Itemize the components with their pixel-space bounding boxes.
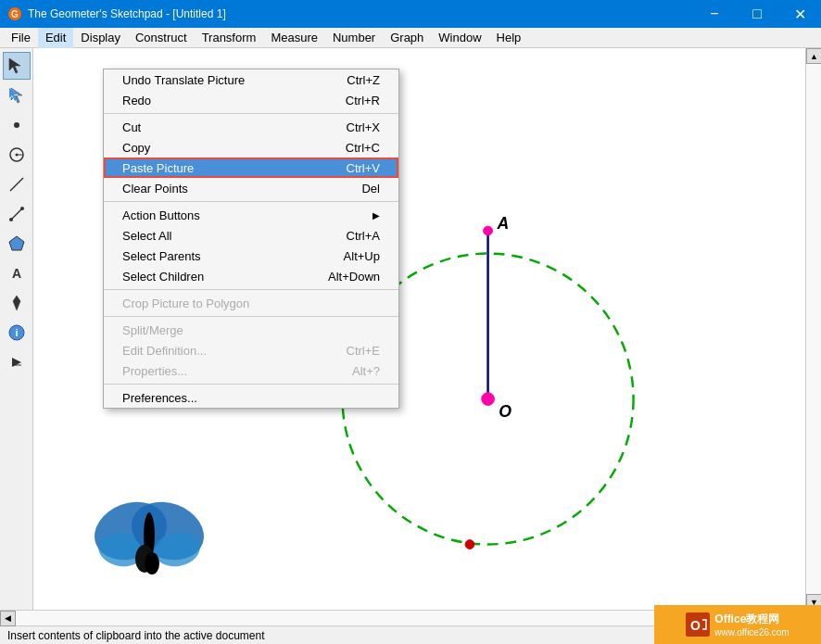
edit-def-label: Edit Definition... xyxy=(122,344,207,358)
edit-def-shortcut: Ctrl+E xyxy=(347,344,380,358)
cut-shortcut: Ctrl+X xyxy=(347,120,380,134)
menu-select-children[interactable]: Select Children Alt+Down xyxy=(104,266,398,286)
menu-redo[interactable]: Redo Ctrl+R xyxy=(104,90,398,110)
properties-shortcut: Alt+? xyxy=(352,364,380,378)
status-bar: Insert contents of clipboard into the ac… xyxy=(0,625,821,644)
right-scrollbar: ▲ ▼ xyxy=(805,48,821,610)
main-layout: A i A O xyxy=(0,48,821,610)
preferences-label: Preferences... xyxy=(122,391,197,405)
menu-action-buttons[interactable]: Action Buttons ▶ xyxy=(104,205,398,225)
svg-point-23 xyxy=(484,226,493,235)
svg-point-13 xyxy=(20,207,24,210)
svg-point-34 xyxy=(145,552,159,575)
menu-bar: File Edit Display Construct Transform Me… xyxy=(0,28,821,48)
menu-transform[interactable]: Transform xyxy=(195,28,264,48)
undo-label: Undo Translate Picture xyxy=(122,73,245,87)
menu-construct[interactable]: Construct xyxy=(128,28,195,48)
cut-label: Cut xyxy=(122,120,141,134)
menu-file[interactable]: File xyxy=(4,28,38,48)
title-bar: G The Geometer's Sketchpad - [Untitled 1… xyxy=(0,0,821,28)
maximize-button[interactable]: □ xyxy=(736,0,778,28)
redo-shortcut: Ctrl+R xyxy=(346,94,380,107)
select-all-label: Select All xyxy=(122,229,171,243)
select-parents-shortcut: Alt+Up xyxy=(344,249,380,263)
tool-arrow-move[interactable] xyxy=(3,82,31,109)
butterfly-image xyxy=(89,480,209,582)
svg-text:G: G xyxy=(11,9,19,19)
menu-copy[interactable]: Copy Ctrl+C xyxy=(104,137,398,158)
menu-display[interactable]: Display xyxy=(73,28,128,48)
menu-measure[interactable]: Measure xyxy=(263,28,325,48)
minimize-button[interactable]: − xyxy=(693,0,736,28)
menu-cut[interactable]: Cut Ctrl+X xyxy=(104,117,398,137)
tool-point[interactable] xyxy=(3,111,31,139)
svg-text:O: O xyxy=(690,618,701,633)
svg-text:A: A xyxy=(496,214,509,233)
select-all-shortcut: Ctrl+A xyxy=(347,229,380,243)
tool-more[interactable] xyxy=(3,348,31,376)
menu-help[interactable]: Help xyxy=(489,28,529,48)
left-toolbar: A i xyxy=(0,48,33,610)
separator-1 xyxy=(104,113,398,114)
select-children-label: Select Children xyxy=(122,270,204,284)
svg-line-11 xyxy=(11,208,22,220)
paste-label: Paste Picture xyxy=(122,161,194,175)
undo-shortcut: Ctrl+Z xyxy=(347,73,380,87)
brand-url: www.office26.com xyxy=(714,627,789,638)
copy-label: Copy xyxy=(122,141,150,155)
clear-shortcut: Del xyxy=(361,182,380,196)
tool-pen[interactable] xyxy=(3,289,31,317)
status-text: Insert contents of clipboard into the ac… xyxy=(7,629,265,642)
office-brand-icon: O xyxy=(686,612,710,637)
svg-point-27 xyxy=(465,540,474,549)
svg-line-10 xyxy=(10,178,23,191)
svg-text:i: i xyxy=(15,327,18,338)
window-title: The Geometer's Sketchpad - [Untitled 1] xyxy=(28,7,226,20)
scroll-left-button[interactable]: ◀ xyxy=(0,611,16,626)
tool-info[interactable]: i xyxy=(3,319,31,347)
tool-circle[interactable] xyxy=(3,141,31,169)
svg-marker-2 xyxy=(9,58,20,73)
tool-polygon[interactable] xyxy=(3,230,31,258)
paste-shortcut: Ctrl+V xyxy=(347,161,380,175)
properties-label: Properties... xyxy=(122,364,187,378)
copy-shortcut: Ctrl+C xyxy=(346,141,380,155)
tool-line[interactable] xyxy=(3,170,31,198)
menu-number[interactable]: Number xyxy=(325,28,383,48)
svg-text:O: O xyxy=(499,402,512,421)
office-branding: O Office教程网 www.office26.com xyxy=(654,605,821,644)
tool-segment[interactable] xyxy=(3,200,31,228)
menu-edit-def: Edit Definition... Ctrl+E xyxy=(104,340,398,360)
app-icon: G xyxy=(7,6,22,21)
menu-edit[interactable]: Edit xyxy=(38,28,73,48)
scroll-track-right[interactable] xyxy=(806,64,821,594)
svg-marker-16 xyxy=(13,296,20,310)
menu-window[interactable]: Window xyxy=(431,28,488,48)
window-controls: − □ ✕ xyxy=(693,0,821,28)
tool-arrow-select[interactable] xyxy=(3,52,31,80)
separator-2 xyxy=(104,201,398,202)
svg-point-25 xyxy=(482,393,495,406)
separator-3 xyxy=(104,289,398,290)
crop-label: Crop Picture to Polygon xyxy=(122,297,249,310)
menu-crop: Crop Picture to Polygon xyxy=(104,293,398,313)
menu-preferences[interactable]: Preferences... xyxy=(104,387,398,408)
menu-select-all[interactable]: Select All Ctrl+A xyxy=(104,225,398,246)
menu-select-parents[interactable]: Select Parents Alt+Up xyxy=(104,246,398,266)
menu-clear[interactable]: Clear Points Del xyxy=(104,178,398,198)
close-button[interactable]: ✕ xyxy=(778,0,821,28)
separator-5 xyxy=(104,384,398,385)
tool-text[interactable]: A xyxy=(3,259,31,287)
separator-4 xyxy=(104,316,398,317)
canvas-area[interactable]: A O xyxy=(33,48,805,610)
scroll-up-button[interactable]: ▲ xyxy=(806,48,821,64)
brand-site-name: Office教程网 xyxy=(714,612,789,627)
redo-label: Redo xyxy=(122,94,151,107)
clear-label: Clear Points xyxy=(122,182,188,196)
menu-paste[interactable]: Paste Picture Ctrl+V xyxy=(104,158,398,178)
menu-undo[interactable]: Undo Translate Picture Ctrl+Z xyxy=(104,69,398,90)
svg-point-12 xyxy=(9,218,13,221)
edit-dropdown-menu: Undo Translate Picture Ctrl+Z Redo Ctrl+… xyxy=(103,69,399,409)
select-parents-label: Select Parents xyxy=(122,249,201,263)
menu-graph[interactable]: Graph xyxy=(383,28,431,48)
